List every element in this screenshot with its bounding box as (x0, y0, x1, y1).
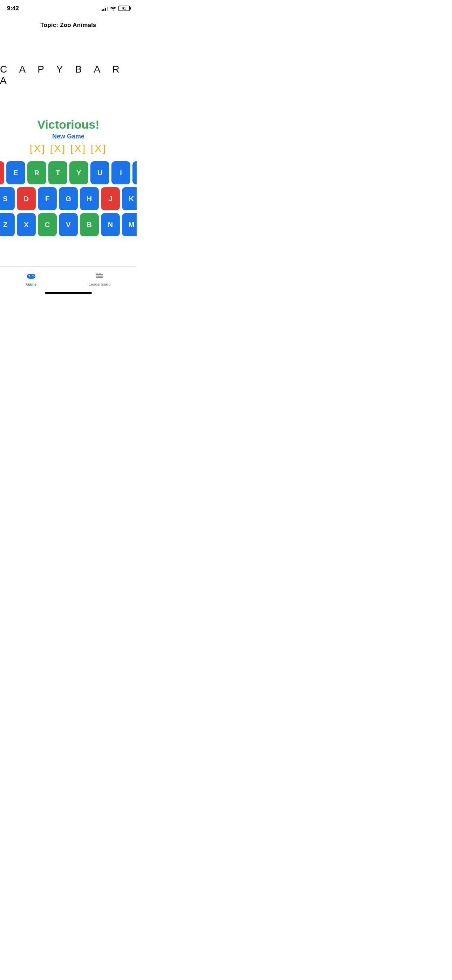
svg-rect-8 (96, 273, 98, 274)
svg-point-3 (33, 275, 33, 276)
wifi-icon (110, 6, 116, 11)
key-b[interactable]: B (80, 213, 99, 236)
keyboard-row-2: ASDFGHJKL (0, 187, 137, 210)
new-game-button[interactable]: New Game (52, 133, 84, 140)
key-r[interactable]: R (27, 161, 46, 185)
key-y[interactable]: Y (69, 161, 88, 185)
key-m[interactable]: M (122, 213, 137, 236)
word-display: C A P Y B A R A (0, 64, 137, 86)
svg-rect-9 (99, 273, 101, 274)
tab-leaderboard-label: Leaderboard (89, 282, 110, 286)
svg-rect-5 (96, 274, 103, 275)
key-v[interactable]: V (59, 213, 78, 236)
tab-leaderboard[interactable]: Leaderboard (89, 271, 110, 286)
signal-icon (102, 6, 108, 11)
key-j[interactable]: J (101, 187, 120, 210)
key-t[interactable]: T (48, 161, 67, 185)
tries-display: [X] [X] [X] [X] (30, 143, 107, 154)
status-bar: 9:42 91 (0, 0, 137, 15)
key-i[interactable]: I (111, 161, 131, 185)
leaderboard-icon (95, 271, 104, 281)
key-d[interactable]: D (17, 187, 36, 210)
svg-rect-6 (96, 276, 103, 277)
victorious-text: Victorious! (38, 118, 100, 131)
status-icons: 91 (102, 6, 130, 11)
status-time: 9:42 (7, 5, 19, 12)
key-n[interactable]: N (101, 213, 120, 236)
tab-bar: Game Leaderboard (0, 266, 137, 289)
victory-section: Victorious! New Game [X] [X] [X] [X] (30, 118, 107, 154)
tab-game[interactable]: Game (26, 271, 37, 286)
key-x[interactable]: X (17, 213, 36, 236)
tab-game-label: Game (26, 282, 37, 286)
topic-label: Topic: Zoo Animals (40, 22, 96, 29)
home-indicator (45, 292, 92, 294)
key-z[interactable]: Z (0, 213, 15, 236)
svg-point-4 (33, 276, 35, 277)
key-c[interactable]: C (38, 213, 57, 236)
key-h[interactable]: H (80, 187, 99, 210)
key-g[interactable]: G (59, 187, 78, 210)
key-u[interactable]: U (91, 161, 109, 185)
svg-rect-2 (29, 275, 30, 277)
key-s[interactable]: S (0, 187, 15, 210)
key-k[interactable]: K (122, 187, 137, 210)
keyboard-row-3: ZXCVBNM (0, 213, 137, 236)
keyboard-row-1: QWERTYUIOP (0, 161, 137, 185)
key-o[interactable]: O (132, 161, 137, 185)
battery-icon: 91 (118, 6, 130, 11)
game-icon (26, 271, 36, 281)
key-f[interactable]: F (38, 187, 57, 210)
keyboard: QWERTYUIOP ASDFGHJKL ZXCVBNM (0, 161, 137, 236)
svg-rect-7 (96, 277, 103, 278)
key-w[interactable]: W (0, 161, 4, 185)
key-e[interactable]: E (6, 161, 25, 185)
